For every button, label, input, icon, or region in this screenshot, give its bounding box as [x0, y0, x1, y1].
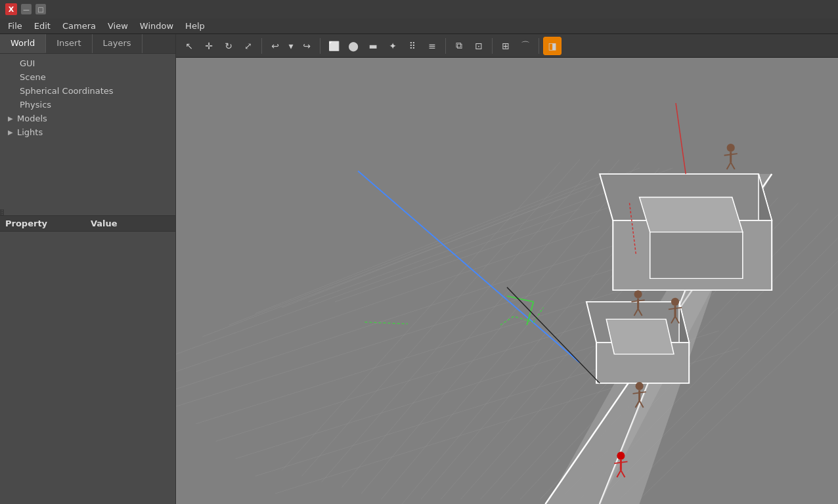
svg-marker-45	[606, 319, 674, 354]
menubar: FileEditCameraViewWindowHelp	[0, 18, 838, 34]
svg-point-53	[727, 144, 735, 152]
svg-point-58	[634, 290, 642, 298]
resize-handle[interactable]: ⋮	[0, 209, 4, 215]
lines-button[interactable]: ≡	[423, 37, 441, 55]
tree-item-label: Lights	[17, 127, 43, 137]
tree-item-gui[interactable]: GUI	[0, 56, 175, 70]
menu-item-window[interactable]: Window	[135, 20, 179, 32]
tree-item-scene[interactable]: Scene	[0, 70, 175, 84]
translate-tool-button[interactable]: ✛	[200, 37, 218, 55]
svg-point-73	[617, 452, 625, 459]
toolbar-separator	[539, 38, 539, 54]
tree-item-lights[interactable]: ▶Lights	[0, 125, 175, 139]
tree-item-physics[interactable]: Physics	[0, 98, 175, 112]
align-button[interactable]: ⊞	[496, 37, 515, 55]
tab-insert[interactable]: Insert	[46, 34, 92, 53]
properties-panel: Property Value	[0, 215, 175, 504]
left-panel: WorldInsertLayers GUISceneSpherical Coor…	[0, 34, 176, 504]
menu-item-camera[interactable]: Camera	[57, 20, 101, 32]
tree-item-spherical-coordinates[interactable]: Spherical Coordinates	[0, 84, 175, 98]
titlebar: X — □	[0, 0, 838, 18]
toolbar-separator	[320, 38, 320, 54]
tab-bar: WorldInsertLayers	[0, 34, 175, 54]
toolbar-separator	[261, 38, 262, 54]
select-tool-button[interactable]: ↖	[180, 37, 198, 55]
sphere-shape-button[interactable]: ⬤	[344, 37, 363, 55]
close-button[interactable]: X	[5, 3, 17, 15]
tree-item-label: Scene	[20, 72, 46, 82]
viewport[interactable]	[176, 58, 838, 504]
expand-arrow-icon: ▶	[8, 129, 14, 136]
main-layout: WorldInsertLayers GUISceneSpherical Coor…	[0, 34, 838, 504]
scene-tree: GUISceneSpherical CoordinatesPhysics▶Mod…	[0, 54, 175, 209]
menu-item-edit[interactable]: Edit	[29, 20, 56, 32]
menu-item-help[interactable]: Help	[180, 20, 210, 32]
scale-tool-button[interactable]: ⤢	[239, 37, 257, 55]
tree-item-label: GUI	[20, 58, 35, 68]
value-col-label: Value	[85, 216, 123, 231]
paste-button[interactable]: ⊡	[470, 37, 488, 55]
menu-item-view[interactable]: View	[102, 20, 133, 32]
toolbar-separator	[445, 38, 446, 54]
snap-button[interactable]: ⌒	[516, 37, 535, 55]
tree-item-models[interactable]: ▶Models	[0, 112, 175, 125]
menu-item-file[interactable]: File	[3, 20, 28, 32]
copy-button[interactable]: ⧉	[450, 37, 468, 55]
light-button[interactable]: ✦	[384, 37, 402, 55]
redo-button[interactable]: ↪	[298, 37, 316, 55]
tab-layers[interactable]: Layers	[93, 34, 143, 53]
svg-point-68	[636, 382, 644, 390]
minimize-button[interactable]: —	[21, 4, 32, 14]
viewport-area: ↖✛↻⤢↩▾↪⬜⬤▬✦⠿≡⧉⊡⊞⌒◨	[176, 34, 838, 504]
property-col-label: Property	[0, 216, 85, 231]
box-shape-button[interactable]: ⬜	[324, 37, 343, 55]
rotate-tool-button[interactable]: ↻	[219, 37, 238, 55]
svg-point-63	[671, 298, 679, 306]
cylinder-shape-button[interactable]: ▬	[364, 37, 382, 55]
tree-item-label: Spherical Coordinates	[20, 86, 114, 96]
expand-arrow-icon: ▶	[8, 115, 14, 122]
tab-world[interactable]: World	[0, 34, 46, 53]
undo-dropdown-button[interactable]: ▾	[286, 37, 296, 55]
undo-button[interactable]: ↩	[266, 37, 284, 55]
pointcloud-button[interactable]: ⠿	[403, 37, 422, 55]
camera-follow-button[interactable]: ◨	[543, 37, 562, 55]
tree-item-label: Physics	[20, 100, 51, 110]
properties-header: Property Value	[0, 216, 175, 232]
svg-marker-40	[640, 198, 743, 232]
svg-marker-41	[650, 232, 743, 279]
toolbar: ↖✛↻⤢↩▾↪⬜⬤▬✦⠿≡⧉⊡⊞⌒◨	[176, 34, 838, 58]
tree-item-label: Models	[17, 114, 47, 123]
toolbar-separator	[492, 38, 493, 54]
maximize-button[interactable]: □	[35, 4, 46, 14]
